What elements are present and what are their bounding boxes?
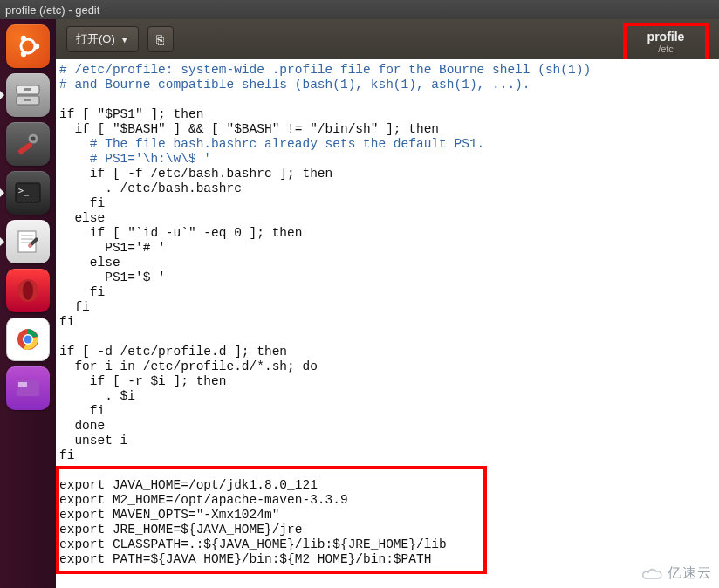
launcher-workspace[interactable] — [6, 366, 50, 410]
new-tab-icon: ⎘ — [156, 32, 164, 47]
editor-pane: 打开(O) ▼ ⎘ profile /etc # /etc/profile: s… — [56, 19, 719, 588]
window-title: profile (/etc) - gedit — [5, 3, 99, 17]
code-line: for i in /etc/profile.d/*.sh; do — [59, 359, 318, 373]
code-line: if [ -r $i ]; then — [59, 374, 226, 388]
code-line: else — [59, 211, 105, 225]
svg-point-2 — [21, 36, 26, 41]
code-line: export JRE_HOME=${JAVA_HOME}/jre — [59, 523, 302, 537]
unity-launcher: >_ — [0, 19, 56, 588]
launcher-opera[interactable] — [6, 269, 50, 312]
code-line: fi — [59, 448, 74, 462]
code-line: fi — [59, 285, 105, 299]
code-line: # PS1='\h:\w\$ ' — [59, 152, 211, 166]
code-line: fi — [59, 404, 105, 418]
svg-rect-25 — [18, 382, 27, 387]
chevron-down-icon: ▼ — [120, 35, 129, 44]
ubuntu-icon — [15, 33, 41, 59]
code-line: PS1='# ' — [59, 241, 166, 255]
code-line: . /etc/bash.bashrc — [59, 181, 242, 195]
svg-point-9 — [31, 137, 36, 141]
code-line: # The file bash.bashrc already sets the … — [59, 137, 484, 151]
svg-point-20 — [23, 281, 33, 300]
svg-point-1 — [34, 44, 39, 49]
open-button[interactable]: 打开(O) ▼ — [66, 26, 139, 52]
cloud-icon — [641, 566, 664, 582]
file-cabinet-icon — [15, 84, 41, 106]
svg-point-3 — [21, 51, 26, 57]
new-tab-button[interactable]: ⎘ — [147, 26, 174, 52]
code-line: PS1='$ ' — [59, 270, 166, 284]
watermark-text: 亿速云 — [668, 564, 712, 583]
open-button-label: 打开(O) — [76, 31, 115, 47]
workspace-icon — [15, 379, 41, 398]
svg-point-0 — [21, 39, 35, 53]
code-line: export MAVEN_OPTS="-Xmx1024m" — [59, 508, 279, 522]
code-line: fi — [59, 315, 74, 329]
window-titlebar: profile (/etc) - gedit — [0, 0, 719, 19]
svg-rect-10 — [17, 141, 33, 154]
code-line: unset i — [59, 434, 127, 448]
code-line: if [ "`id -u`" -eq 0 ]; then — [59, 226, 302, 240]
code-line: fi — [59, 300, 90, 314]
svg-text:>_: >_ — [18, 186, 30, 196]
code-line: export M2_HOME=/opt/apache-maven-3.3.9 — [59, 493, 348, 507]
launcher-chrome[interactable] — [6, 318, 50, 361]
svg-point-23 — [24, 336, 32, 344]
code-line: # /etc/profile: system-wide .profile fil… — [59, 63, 591, 77]
code-line: # and Bourne compatible shells (bash(1),… — [59, 78, 531, 92]
launcher-terminal[interactable]: >_ — [6, 171, 50, 215]
code-line: export PATH=${JAVA_HOME}/bin:${M2_HOME}/… — [59, 552, 431, 566]
code-line: export CLASSPATH=.:${JAVA_HOME}/lib:${JR… — [59, 537, 447, 551]
watermark: 亿速云 — [641, 564, 712, 583]
svg-rect-6 — [24, 88, 31, 91]
code-line: if [ "$BASH" ] && [ "$BASH" != "/bin/sh"… — [59, 122, 439, 136]
launcher-dash[interactable] — [6, 24, 50, 68]
code-line: . $i — [59, 389, 135, 403]
code-line: fi — [59, 196, 105, 210]
svg-rect-7 — [24, 99, 31, 101]
launcher-gedit[interactable] — [6, 220, 50, 263]
code-line: if [ -f /etc/bash.bashrc ]; then — [59, 167, 332, 181]
code-line: if [ -d /etc/profile.d ]; then — [59, 345, 287, 359]
code-line: export JAVA_HOME=/opt/jdk1.8.0_121 — [59, 478, 318, 492]
gedit-toolbar: 打开(O) ▼ ⎘ profile /etc — [56, 19, 719, 59]
code-editor[interactable]: # /etc/profile: system-wide .profile fil… — [56, 59, 719, 588]
wrench-gear-icon — [14, 130, 42, 158]
code-line: done — [59, 419, 105, 433]
launcher-settings[interactable] — [6, 122, 50, 166]
document-name: profile — [627, 30, 705, 44]
text-editor-icon — [15, 229, 41, 255]
opera-icon — [15, 277, 41, 304]
code-line: if [ "$PS1" ]; then — [59, 107, 203, 121]
terminal-icon: >_ — [15, 182, 41, 203]
code-line: else — [59, 256, 120, 270]
document-path: /etc — [627, 44, 705, 54]
launcher-files[interactable] — [6, 73, 50, 117]
chrome-icon — [15, 326, 41, 352]
